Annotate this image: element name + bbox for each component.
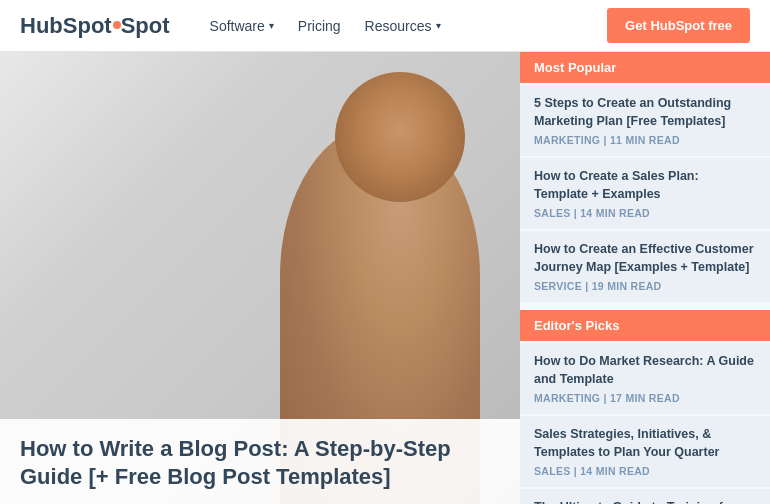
nav-software[interactable]: Software ▾ [200, 12, 284, 40]
logo-text2: Spot [121, 13, 170, 39]
main-nav: Software ▾ Pricing Resources ▾ [200, 12, 608, 40]
site-header: HubSpotSpot Software ▾ Pricing Resources… [0, 0, 770, 52]
article-title: Sales Strategies, Initiatives, & Templat… [534, 426, 756, 461]
list-item[interactable]: 5 Steps to Create an Outstanding Marketi… [520, 85, 770, 156]
logo-dot [113, 21, 121, 29]
chevron-down-icon-2: ▾ [436, 20, 441, 31]
most-popular-header: Most Popular [520, 52, 770, 83]
list-item[interactable]: How to Create an Effective Customer Jour… [520, 231, 770, 302]
get-hubspot-free-button[interactable]: Get HubSpot free [607, 8, 750, 43]
article-title: 5 Steps to Create an Outstanding Marketi… [534, 95, 756, 130]
article-meta: SERVICE | 19 MIN READ [534, 280, 756, 292]
nav-pricing[interactable]: Pricing [288, 12, 351, 40]
nav-pricing-label: Pricing [298, 18, 341, 34]
article-meta: SALES | 14 MIN READ [534, 207, 756, 219]
article-title: How to Do Market Research: A Guide and T… [534, 353, 756, 388]
nav-resources-label: Resources [365, 18, 432, 34]
article-title: How to Create a Sales Plan: Template + E… [534, 168, 756, 203]
hero-title-overlay: How to Write a Blog Post: A Step-by-Step… [0, 419, 520, 504]
article-title: How to Create an Effective Customer Jour… [534, 241, 756, 276]
list-item[interactable]: Sales Strategies, Initiatives, & Templat… [520, 416, 770, 487]
logo[interactable]: HubSpotSpot [20, 13, 170, 39]
nav-resources[interactable]: Resources ▾ [355, 12, 451, 40]
article-title: The Ultimate Guide to Training for Custo… [534, 499, 756, 504]
hero-title: How to Write a Blog Post: A Step-by-Step… [20, 435, 500, 492]
list-item[interactable]: The Ultimate Guide to Training for Custo… [520, 489, 770, 504]
list-item[interactable]: How to Create a Sales Plan: Template + E… [520, 158, 770, 229]
editors-picks-header: Editor's Picks [520, 310, 770, 341]
article-meta: SALES | 14 MIN READ [534, 465, 756, 477]
logo-text: HubSpot [20, 13, 112, 39]
chevron-down-icon: ▾ [269, 20, 274, 31]
sidebar: Most Popular 5 Steps to Create an Outsta… [520, 52, 770, 504]
hero-area: How to Write a Blog Post: A Step-by-Step… [0, 52, 520, 504]
article-meta: MARKETING | 17 MIN READ [534, 392, 756, 404]
article-meta: MARKETING | 11 MIN READ [534, 134, 756, 146]
list-item[interactable]: How to Do Market Research: A Guide and T… [520, 343, 770, 414]
nav-software-label: Software [210, 18, 265, 34]
main-content: How to Write a Blog Post: A Step-by-Step… [0, 52, 770, 504]
